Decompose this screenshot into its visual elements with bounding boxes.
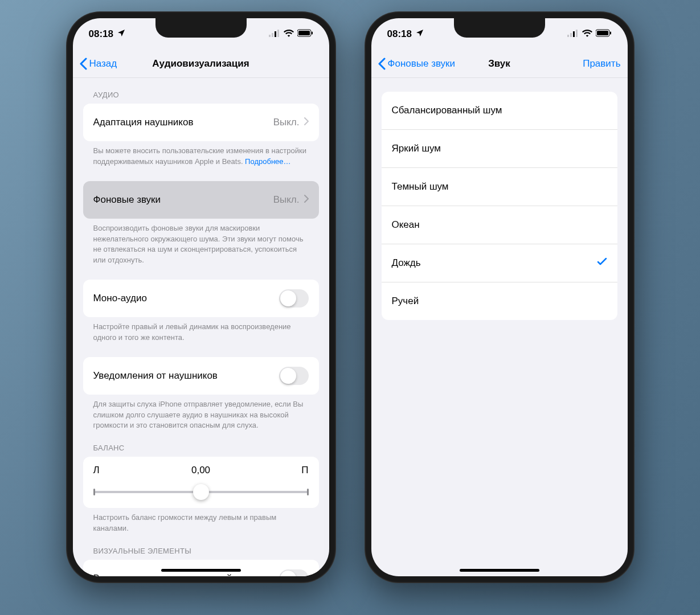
row-mono-audio[interactable]: Моно-аудио (83, 280, 319, 317)
balance-labels: Л 0,00 П (93, 465, 309, 476)
footer-mono-audio: Настройте правый и левый динамик на восп… (83, 317, 319, 343)
row-headphone-notifications[interactable]: Уведомления от наушников (83, 357, 319, 395)
toggle-mono-audio[interactable] (279, 289, 309, 308)
sound-option[interactable]: Океан (382, 206, 617, 244)
footer-headphone-notifications: Для защиты слуха iPhone отправляет уведо… (83, 395, 319, 432)
page-title: Аудиовизуализация (152, 58, 249, 69)
balance-slider[interactable] (93, 484, 309, 500)
back-label: Назад (89, 58, 117, 69)
learn-more-link[interactable]: Подробнее… (245, 157, 290, 166)
location-icon (117, 28, 126, 40)
back-button[interactable]: Назад (80, 58, 117, 70)
chevron-left-icon (378, 58, 386, 70)
toggle-headphone-notifications[interactable] (279, 367, 309, 385)
sound-option[interactable]: Сбалансированный шум (382, 92, 617, 130)
sound-option[interactable]: Дождь (382, 244, 617, 282)
section-header-visual: ВИЗУАЛЬНЫЕ ЭЛЕМЕНТЫ (83, 534, 319, 560)
toggle-flash-alerts[interactable] (279, 569, 309, 576)
row-flash-alerts[interactable]: Вспышка для предупреждений (83, 560, 319, 576)
balance-left-label: Л (93, 465, 100, 476)
notch (454, 18, 545, 38)
balance-right-label: П (301, 465, 308, 476)
battery-icon (596, 28, 612, 40)
balance-center-value: 0,00 (191, 465, 210, 476)
sound-label: Дождь (392, 257, 597, 269)
row-label: Адаптация наушников (93, 117, 273, 128)
content-scroll[interactable]: Сбалансированный шумЯркий шумТемный шумО… (371, 78, 628, 576)
back-button[interactable]: Фоновые звуки (378, 58, 456, 70)
svg-rect-7 (567, 35, 569, 37)
phone-left: 08:18 Назад Ауди (66, 11, 336, 583)
row-label: Фоновые звуки (93, 194, 273, 206)
status-time: 08:18 (387, 28, 412, 40)
row-headphone-adaptation[interactable]: Адаптация наушников Выкл. (83, 104, 319, 141)
nav-bar: Фоновые звуки Звук Править (371, 50, 628, 78)
sound-option[interactable]: Яркий шум (382, 130, 617, 168)
cellular-icon (269, 28, 280, 40)
svg-rect-10 (576, 30, 578, 37)
chevron-right-icon (304, 117, 309, 128)
cellular-icon (567, 28, 579, 40)
checkmark-icon (597, 257, 607, 270)
sound-label: Яркий шум (392, 143, 607, 154)
wifi-icon (582, 28, 592, 40)
svg-rect-8 (570, 33, 572, 37)
content-scroll[interactable]: АУДИО Адаптация наушников Выкл. Вы может… (73, 78, 329, 576)
svg-rect-13 (610, 32, 611, 35)
chevron-right-icon (304, 194, 309, 206)
section-header-audio: АУДИО (83, 78, 319, 104)
footer-background-sounds: Воспроизводить фоновые звуки для маскиро… (83, 219, 319, 266)
screen-right: 08:18 Фоновые звуки (371, 18, 628, 576)
svg-rect-12 (597, 31, 608, 35)
chevron-left-icon (80, 58, 87, 70)
row-label: Вспышка для предупреждений (93, 573, 279, 576)
home-indicator[interactable] (460, 569, 539, 572)
sound-option[interactable]: Ручей (382, 282, 617, 320)
svg-rect-1 (272, 33, 273, 37)
sound-list: Сбалансированный шумЯркий шумТемный шумО… (382, 92, 617, 320)
svg-rect-5 (298, 31, 310, 35)
battery-icon (297, 28, 313, 40)
svg-rect-6 (312, 32, 313, 35)
screen-left: 08:18 Назад Ауди (73, 18, 329, 576)
svg-rect-0 (269, 35, 271, 37)
row-balance: Л 0,00 П (83, 457, 319, 508)
sound-label: Сбалансированный шум (392, 105, 607, 116)
footer-balance: Настроить баланс громкости между левым и… (83, 508, 319, 534)
row-background-sounds[interactable]: Фоновые звуки Выкл. (83, 181, 319, 219)
sound-option[interactable]: Темный шум (382, 168, 617, 206)
row-value: Выкл. (273, 194, 300, 206)
wifi-icon (284, 28, 294, 40)
status-time: 08:18 (89, 28, 113, 40)
footer-headphone-adaptation: Вы можете вносить пользовательские измен… (83, 141, 319, 167)
page-title: Звук (488, 58, 510, 69)
sound-label: Темный шум (392, 181, 607, 192)
row-label: Моно-аудио (93, 293, 279, 304)
home-indicator[interactable] (161, 569, 241, 572)
slider-knob[interactable] (193, 484, 209, 500)
svg-rect-3 (277, 30, 279, 37)
sound-label: Океан (392, 219, 607, 231)
nav-bar: Назад Аудиовизуализация (73, 50, 329, 78)
row-value: Выкл. (273, 117, 300, 128)
notch (155, 18, 247, 38)
section-header-balance: БАЛАНС (83, 431, 319, 457)
back-label: Фоновые звуки (388, 58, 456, 69)
row-label: Уведомления от наушников (93, 370, 279, 382)
phone-right: 08:18 Фоновые звуки (365, 11, 634, 583)
edit-button[interactable]: Править (583, 58, 620, 69)
sound-label: Ручей (392, 296, 607, 307)
svg-rect-2 (275, 31, 276, 37)
svg-rect-9 (573, 31, 575, 37)
location-icon (415, 28, 424, 40)
